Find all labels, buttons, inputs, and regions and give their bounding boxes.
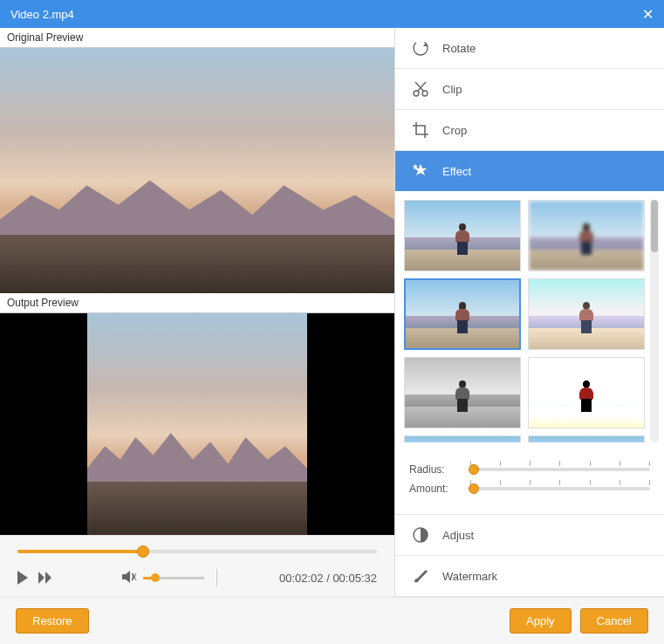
- playback-controls: 00:02:02 / 00:05:32: [0, 535, 394, 597]
- svg-point-10: [414, 41, 428, 55]
- play-button[interactable]: [17, 571, 30, 585]
- effect-icon: [411, 161, 430, 181]
- rotate-icon: [411, 38, 430, 58]
- effect-thumb[interactable]: [404, 357, 521, 428]
- radius-thumb[interactable]: [469, 464, 479, 475]
- adjust-icon: [411, 525, 430, 545]
- footer: Restore Apply Cancel: [0, 597, 664, 644]
- cancel-button[interactable]: Cancel: [580, 608, 648, 634]
- effect-thumb[interactable]: [528, 435, 645, 442]
- amount-slider[interactable]: [470, 487, 650, 490]
- total-time: 00:05:32: [332, 572, 377, 585]
- radius-label: Radius:: [409, 463, 460, 476]
- original-preview-label: Original Preview: [0, 28, 394, 48]
- effect-thumbnail-grid: [404, 200, 645, 442]
- progress-thumb[interactable]: [137, 545, 149, 558]
- right-panel: Rotate Clip Crop Effect: [395, 28, 664, 597]
- effects-scrollbar[interactable]: [650, 200, 659, 442]
- tab-watermark[interactable]: Watermark: [395, 556, 664, 597]
- tab-clip[interactable]: Clip: [395, 69, 664, 110]
- restore-button[interactable]: Restore: [16, 608, 89, 634]
- svg-point-13: [422, 91, 428, 96]
- svg-marker-11: [423, 43, 428, 46]
- tab-clip-label: Clip: [442, 83, 462, 96]
- svg-marker-16: [414, 164, 427, 175]
- svg-marker-5: [38, 572, 44, 584]
- effect-thumb[interactable]: [528, 357, 645, 428]
- amount-label: Amount:: [409, 483, 460, 495]
- svg-marker-6: [45, 572, 51, 584]
- effect-thumb[interactable]: [404, 435, 521, 442]
- tab-watermark-label: Watermark: [442, 570, 497, 583]
- progress-bar[interactable]: [17, 550, 377, 553]
- svg-marker-3: [87, 433, 307, 486]
- tab-adjust-label: Adjust: [442, 529, 474, 542]
- brush-icon: [411, 566, 430, 586]
- left-panel: Original Preview Output Preview: [0, 28, 395, 597]
- amount-thumb[interactable]: [469, 483, 479, 494]
- scissors-icon: [411, 79, 430, 99]
- svg-point-12: [414, 91, 419, 96]
- effect-sliders: Radius: Amount:: [395, 451, 664, 515]
- effect-thumb[interactable]: [404, 200, 521, 271]
- volume-icon[interactable]: [122, 570, 138, 586]
- svg-marker-4: [17, 571, 28, 585]
- fast-forward-button[interactable]: [38, 572, 52, 584]
- original-preview: [0, 48, 394, 293]
- effect-thumb[interactable]: [404, 278, 521, 350]
- main-area: Original Preview Output Preview: [0, 28, 664, 597]
- close-icon[interactable]: ✕: [642, 6, 654, 23]
- volume-thumb[interactable]: [151, 573, 160, 582]
- tab-effect-label: Effect: [442, 165, 471, 178]
- output-preview: [0, 313, 394, 535]
- tab-crop[interactable]: Crop: [395, 110, 664, 151]
- output-preview-label: Output Preview: [0, 293, 394, 313]
- tab-rotate-label: Rotate: [442, 42, 476, 55]
- effects-panel: [395, 191, 664, 451]
- volume-slider[interactable]: [143, 577, 204, 579]
- titlebar: Video 2.mp4 ✕: [0, 0, 664, 28]
- tab-crop-label: Crop: [442, 124, 467, 137]
- crop-icon: [411, 120, 430, 140]
- effect-thumb[interactable]: [528, 278, 645, 350]
- effect-thumb[interactable]: [528, 200, 645, 271]
- radius-slider[interactable]: [470, 468, 650, 471]
- current-time: 00:02:02: [279, 572, 324, 585]
- window-title: Video 2.mp4: [10, 8, 74, 21]
- svg-marker-7: [122, 571, 130, 583]
- tab-adjust[interactable]: Adjust: [395, 515, 664, 556]
- scroll-thumb[interactable]: [651, 200, 658, 252]
- volume-control: [122, 569, 217, 586]
- tab-effect[interactable]: Effect: [395, 151, 664, 191]
- apply-button[interactable]: Apply: [510, 608, 572, 634]
- tab-rotate[interactable]: Rotate: [395, 28, 664, 69]
- time-display: 00:02:02 / 00:05:32: [279, 572, 377, 585]
- svg-marker-1: [0, 181, 394, 239]
